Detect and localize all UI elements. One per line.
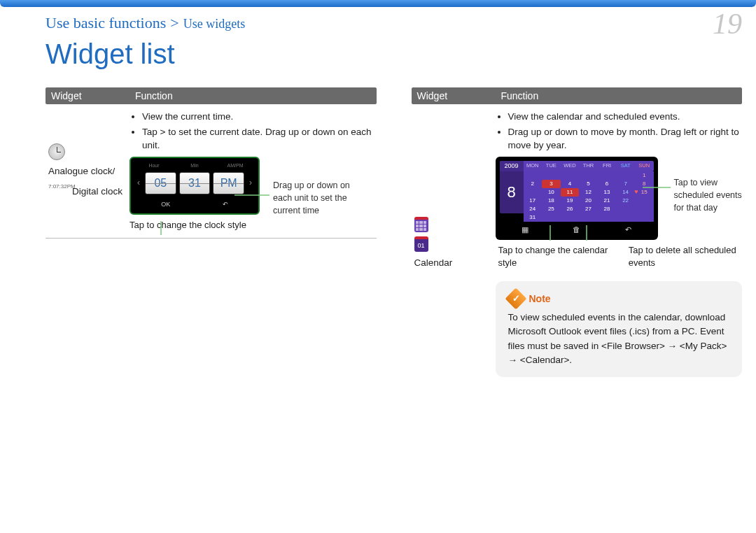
cal-cell: 25 — [542, 205, 561, 213]
back-icon: ↶ — [223, 200, 228, 209]
cal-cell — [635, 197, 654, 205]
clock-function-cell: View the current time. Tap > to set the … — [130, 110, 377, 232]
note-box: ✓ Note To view scheduled events in the c… — [496, 281, 743, 377]
cal-bullet-1: View the calendar and scheduled events. — [508, 110, 743, 124]
header-function: Function — [130, 87, 377, 104]
cal-cell — [635, 205, 654, 213]
clock-callout-right: Drag up or down on each unit to set the … — [273, 179, 357, 217]
calendar-callout-right: Tap to view scheduled events for that da… — [674, 176, 751, 214]
cal-cell: 22 — [616, 197, 635, 205]
cal-cell: 3 — [542, 180, 561, 188]
header-widget: Widget — [412, 87, 496, 104]
page-number: 19 — [713, 7, 742, 41]
calendar-caption-left: Tap to change the calendar style — [498, 244, 612, 271]
cal-day-header: SAT — [616, 161, 635, 171]
content-area: Widget Function Analogue clock/ 7:07:32P… — [46, 87, 742, 383]
cal-year: 2009 — [500, 161, 524, 171]
calendar-delete-icon: 🗑 — [573, 225, 580, 236]
table-header: Widget Function — [46, 87, 377, 104]
cal-cell: 24 — [524, 205, 542, 213]
cal-cell: 18 — [542, 197, 561, 205]
cal-cell: 1 — [635, 171, 654, 180]
label-hour: Hour — [135, 162, 173, 169]
calendar-month-icon — [414, 217, 428, 232]
note-body: To view scheduled events in the calendar… — [508, 311, 730, 367]
cal-cell: 26 — [561, 205, 580, 213]
cal-cell: 14 — [616, 188, 635, 197]
calendar-function-cell: View the calendar and scheduled events. … — [496, 110, 743, 377]
cal-cell — [579, 171, 598, 180]
calendar-function-list: View the calendar and scheduled events. … — [496, 110, 743, 152]
clock-widget-cell: Analogue clock/ 7:07:32PM Digital clock — [46, 110, 130, 232]
cal-cell — [561, 213, 580, 222]
digital-clock-icon: 7:07:32PM — [48, 183, 76, 191]
cal-cell — [616, 205, 635, 213]
cal-cell: 21 — [598, 197, 617, 205]
cal-cell — [561, 171, 580, 180]
ampm-tile: PM — [213, 172, 244, 194]
calendar-device-screenshot: 2009 MONTUEWEDTHRFRISATSUN 8 12345678101… — [496, 157, 658, 240]
hour-tile: 05 — [145, 172, 176, 194]
widget-table-left: Widget Function Analogue clock/ 7:07:32P… — [46, 87, 377, 239]
cal-cell: 5 — [579, 180, 598, 188]
clock-bullet-2: Tap > to set the current date. Drag up o… — [142, 125, 377, 152]
cal-cell: 4 — [561, 180, 580, 188]
cal-cell: 10 — [542, 188, 561, 197]
ok-label: OK — [161, 200, 170, 209]
widget-name-line2: Digital clock — [72, 185, 122, 199]
cal-cell — [616, 171, 635, 180]
cal-cell: 7 — [616, 180, 635, 188]
event-marker-icon: ♥ — [634, 187, 638, 197]
clock-function-list: View the current time. Tap > to set the … — [130, 110, 377, 152]
clock-labels: Hour Min AM/PM — [135, 162, 254, 169]
clock-bullet-1: View the current time. — [142, 110, 377, 124]
cal-cell: 19 — [561, 197, 580, 205]
cal-cell: 13 — [598, 188, 617, 197]
cal-cell — [579, 213, 598, 222]
cal-cell: 20 — [579, 197, 598, 205]
chevron-right-icon: › — [247, 177, 254, 189]
cal-cell: 6 — [598, 180, 617, 188]
cal-cell: 17 — [524, 197, 542, 205]
breadcrumb-page: Use widgets — [183, 17, 246, 31]
calendar-widget-name: Calendar — [414, 256, 453, 270]
cal-day-header: WED — [561, 161, 580, 171]
cal-cell — [616, 213, 635, 222]
breadcrumb: Use basic functions > Use widgets — [46, 14, 742, 32]
cal-cell: 2 — [524, 180, 542, 188]
clock-device-screenshot: Hour Min AM/PM ‹ 05 31 PM › — [130, 157, 260, 215]
cal-day-header: SUN — [635, 161, 654, 171]
cal-day-headers: MONTUEWEDTHRFRISATSUN — [524, 161, 654, 171]
cal-cell: 27 — [579, 205, 598, 213]
cal-cell — [524, 188, 542, 197]
header-function: Function — [496, 87, 743, 104]
cal-cell — [598, 171, 617, 180]
calendar-day-icon: 01 — [414, 236, 428, 252]
cal-cell — [542, 171, 561, 180]
widget-name-line1: Analogue clock/ — [48, 164, 115, 178]
page-top-band — [0, 0, 756, 7]
note-icon: ✓ — [505, 288, 526, 310]
table-header: Widget Function — [412, 87, 743, 104]
label-min: Min — [176, 162, 214, 169]
calendar-row: 01 Calendar View the calendar and schedu… — [412, 104, 743, 383]
cal-bullet-2: Drag up or down to move by month. Drag l… — [508, 125, 743, 152]
breadcrumb-section: Use basic functions — [46, 14, 166, 32]
header-widget: Widget — [46, 87, 130, 104]
cal-cell: 12 — [579, 188, 598, 197]
page-title: Widget list — [46, 38, 175, 70]
left-column: Widget Function Analogue clock/ 7:07:32P… — [46, 87, 377, 383]
note-title: Note — [529, 292, 551, 306]
clock-tap-caption: Tap to change the clock style — [130, 219, 377, 232]
cal-cell — [542, 213, 561, 222]
cal-big-day: 8 — [500, 171, 524, 213]
min-tile: 31 — [179, 172, 211, 194]
analogue-clock-icon — [48, 143, 65, 160]
cal-cell: 31 — [524, 213, 542, 222]
calendar-caption-right: Tap to delete all scheduled events — [629, 244, 742, 271]
calendar-style-icon: ▦ — [522, 225, 528, 236]
right-column: Widget Function 01 Calendar View the cal… — [412, 87, 743, 383]
cal-cell: 28 — [598, 205, 617, 213]
cal-day-header: MON — [524, 161, 542, 171]
cal-cell — [598, 213, 617, 222]
